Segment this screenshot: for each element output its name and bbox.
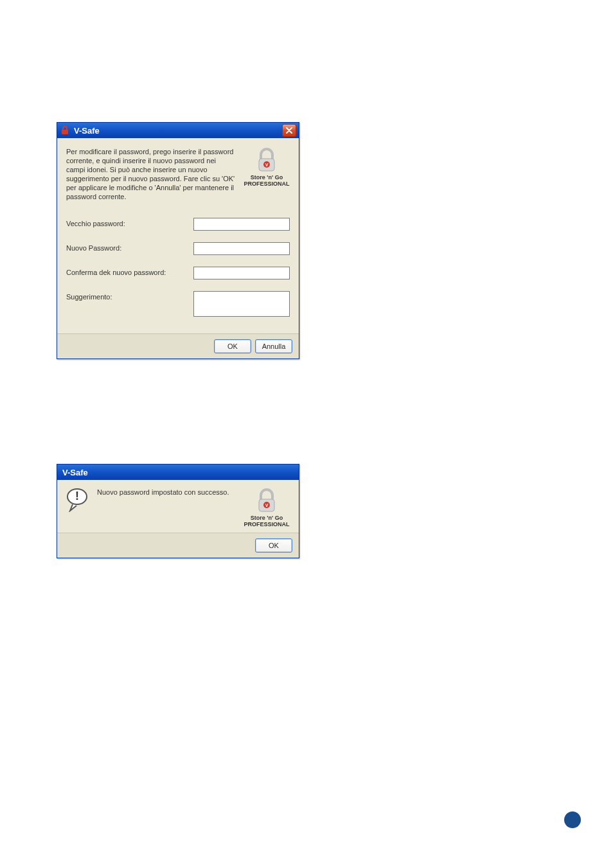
padlock-icon: V: [256, 488, 278, 513]
brand-line2: PROFESSIONAL: [244, 181, 289, 187]
old-password-label: Vecchio password:: [66, 218, 193, 227]
dialog-body: Per modificare il password, prego inseri…: [57, 138, 299, 333]
old-password-input[interactable]: [193, 218, 290, 231]
padlock-icon: V: [256, 147, 278, 173]
close-button[interactable]: [282, 124, 296, 137]
titlebar[interactable]: V-Safe: [57, 465, 299, 480]
button-bar: OK: [57, 533, 299, 558]
confirm-password-label: Conferma dek nuovo password:: [66, 267, 193, 276]
ok-button[interactable]: OK: [255, 538, 292, 553]
new-password-input[interactable]: [193, 242, 290, 255]
info-icon: !: [66, 488, 88, 509]
svg-text:!: !: [75, 490, 79, 502]
new-password-label: Nuovo Password:: [66, 242, 193, 252]
lock-icon: [60, 125, 70, 136]
window-title: V-Safe: [60, 468, 296, 477]
svg-rect-0: [62, 130, 68, 134]
titlebar[interactable]: V-Safe: [57, 123, 299, 138]
success-message: Nuovo password impostato con successo.: [97, 488, 235, 497]
brand-line1: Store 'n' Go: [251, 174, 283, 181]
ok-button[interactable]: OK: [214, 339, 251, 353]
button-bar: OK Annulla: [57, 333, 299, 359]
message-body: ! Nuovo password impostato con successo.…: [57, 480, 299, 533]
change-password-dialog: V-Safe Per modificare il password, prego…: [57, 122, 299, 359]
window-title: V-Safe: [74, 126, 282, 136]
cancel-button[interactable]: Annulla: [255, 339, 292, 353]
svg-text:V: V: [265, 163, 269, 167]
brand-line2: PROFESSIONAL: [244, 521, 289, 527]
brand-logo: V Store 'n' Go PROFESSIONAL: [244, 147, 290, 187]
instructions-text: Per modificare il password, prego inseri…: [66, 147, 236, 201]
brand-line1: Store 'n' Go: [251, 515, 283, 521]
page-marker-dot: [564, 811, 581, 828]
confirm-password-input[interactable]: [193, 267, 290, 279]
svg-text:V: V: [265, 503, 269, 508]
success-dialog: V-Safe ! Nuovo password impostato con su…: [57, 464, 299, 558]
hint-input[interactable]: [193, 291, 290, 317]
hint-label: Suggerimento:: [66, 291, 193, 301]
brand-logo: V Store 'n' Go PROFESSIONAL: [244, 488, 290, 527]
